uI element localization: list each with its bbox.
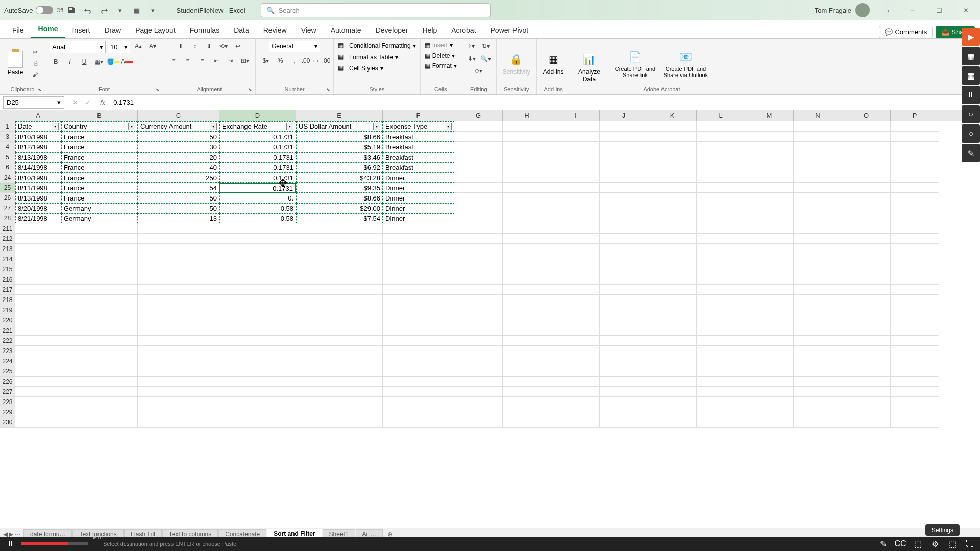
tab-home[interactable]: Home <box>31 20 65 38</box>
cell[interactable] <box>551 142 600 152</box>
cell[interactable] <box>697 254 745 264</box>
col-header-A[interactable]: A <box>15 110 61 121</box>
cell[interactable] <box>551 285 600 295</box>
cell[interactable] <box>15 274 61 285</box>
cell[interactable] <box>138 254 219 264</box>
row-header[interactable]: 27 <box>0 203 15 213</box>
cell[interactable]: 8/20/1998 <box>15 203 61 213</box>
cell[interactable] <box>891 315 939 325</box>
cell[interactable] <box>842 193 891 203</box>
cell[interactable] <box>551 213 600 223</box>
cell[interactable] <box>551 183 600 193</box>
cell[interactable] <box>503 387 551 397</box>
cell[interactable] <box>600 162 648 172</box>
cell[interactable] <box>296 285 383 295</box>
cell[interactable] <box>551 346 600 356</box>
cell[interactable] <box>794 274 842 285</box>
cell[interactable] <box>503 152 551 162</box>
cell[interactable] <box>842 132 891 142</box>
cell[interactable] <box>697 285 745 295</box>
cell[interactable] <box>697 346 745 356</box>
tab-acrobat[interactable]: Acrobat <box>444 22 483 38</box>
cell[interactable] <box>503 377 551 387</box>
cell[interactable] <box>15 234 61 244</box>
qat-icon[interactable]: ▦ <box>131 4 143 16</box>
col-header-B[interactable]: B <box>61 110 138 121</box>
font-name-select[interactable]: Arial▾ <box>50 41 106 53</box>
cell[interactable] <box>891 264 939 274</box>
col-header-G[interactable]: G <box>454 110 503 121</box>
cell[interactable] <box>842 366 891 377</box>
vb-fullscreen-icon[interactable]: ⛶ <box>964 538 976 550</box>
cell[interactable] <box>454 325 503 336</box>
cell[interactable] <box>503 346 551 356</box>
cell[interactable] <box>551 366 600 377</box>
cell[interactable] <box>891 356 939 366</box>
cell[interactable] <box>383 264 454 274</box>
cell[interactable] <box>383 377 454 387</box>
cell[interactable] <box>138 244 219 254</box>
col-header-P[interactable]: P <box>891 110 939 121</box>
cell[interactable] <box>842 162 891 172</box>
dialog-launch-icon[interactable]: ⬊ <box>38 87 44 93</box>
cell[interactable] <box>891 407 939 417</box>
cell[interactable] <box>600 295 648 305</box>
clear-icon[interactable]: ◇▾ <box>473 65 485 77</box>
cell[interactable] <box>503 172 551 183</box>
cell[interactable] <box>697 193 745 203</box>
row-header[interactable]: 211 <box>0 223 15 234</box>
cell[interactable] <box>551 387 600 397</box>
cell[interactable] <box>891 234 939 244</box>
cell[interactable] <box>794 264 842 274</box>
cell[interactable] <box>219 377 296 387</box>
pdf-share-link-button[interactable]: 📄Create PDF and Share link <box>612 47 657 79</box>
cell[interactable] <box>600 132 648 142</box>
cell[interactable] <box>648 325 697 336</box>
cell[interactable] <box>219 295 296 305</box>
cell[interactable] <box>15 387 61 397</box>
cell[interactable] <box>454 234 503 244</box>
cell[interactable] <box>503 366 551 377</box>
cell[interactable]: $43.28 <box>296 172 383 183</box>
cell[interactable] <box>454 315 503 325</box>
dock-pause-icon[interactable]: ⏸ <box>962 86 980 104</box>
cell[interactable] <box>138 315 219 325</box>
cell[interactable] <box>138 305 219 315</box>
tab-review[interactable]: Review <box>256 22 294 38</box>
cell[interactable] <box>600 183 648 193</box>
cell[interactable]: 8/14/1998 <box>15 162 61 172</box>
cell[interactable] <box>697 417 745 428</box>
cell[interactable] <box>61 305 138 315</box>
cell[interactable] <box>842 336 891 346</box>
cell[interactable] <box>454 366 503 377</box>
cell[interactable]: Dinner <box>383 183 454 193</box>
cell[interactable] <box>296 346 383 356</box>
cell[interactable] <box>296 377 383 387</box>
cell[interactable] <box>296 305 383 315</box>
cell[interactable] <box>745 356 794 366</box>
cell[interactable] <box>842 142 891 152</box>
cell[interactable] <box>648 254 697 264</box>
cell[interactable] <box>15 356 61 366</box>
cell[interactable] <box>383 407 454 417</box>
spreadsheet-grid[interactable]: A B C D E F G H I J K L M N O P 1Date▾Co… <box>0 110 980 462</box>
cell[interactable] <box>138 234 219 244</box>
cell[interactable]: Germany <box>61 203 138 213</box>
cell[interactable] <box>891 223 939 234</box>
cell[interactable] <box>551 152 600 162</box>
analyze-button[interactable]: 📊Analyze Data <box>574 50 604 84</box>
cell[interactable] <box>503 183 551 193</box>
cell[interactable] <box>842 295 891 305</box>
cell[interactable] <box>745 407 794 417</box>
cell[interactable] <box>15 377 61 387</box>
cell[interactable] <box>600 356 648 366</box>
cell[interactable] <box>503 417 551 428</box>
cell[interactable] <box>138 264 219 274</box>
cell[interactable] <box>697 325 745 336</box>
cell[interactable] <box>551 264 600 274</box>
dock-icon[interactable]: ▦ <box>962 47 980 65</box>
cell[interactable] <box>454 356 503 366</box>
cell[interactable] <box>600 407 648 417</box>
cut-icon[interactable]: ✂ <box>30 47 41 57</box>
cell[interactable]: France <box>61 172 138 183</box>
